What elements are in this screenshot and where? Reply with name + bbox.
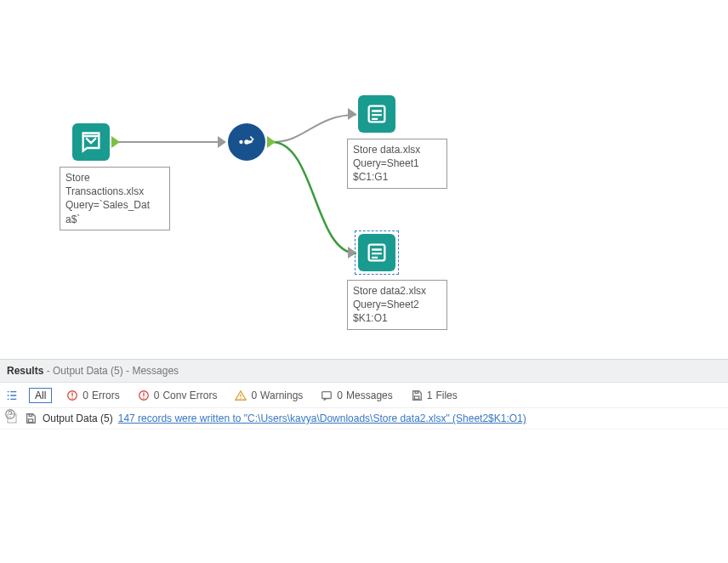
input-anchor[interactable] xyxy=(218,136,226,148)
svg-point-3 xyxy=(244,139,248,144)
messages-count: 0 xyxy=(337,390,343,401)
filter-errors-button[interactable]: 0 Errors xyxy=(62,387,122,404)
input-tool[interactable] xyxy=(72,123,110,161)
output-data-icon xyxy=(358,234,395,271)
svg-point-2 xyxy=(239,140,242,144)
results-side-icons xyxy=(3,407,17,421)
output-tool-2[interactable] xyxy=(358,234,395,271)
message-icon xyxy=(320,389,333,402)
svg-rect-16 xyxy=(29,414,32,417)
select-tool-icon xyxy=(228,123,265,161)
errors-label: Errors xyxy=(92,390,120,401)
results-panel: Results - Output Data (5) - Messages All… xyxy=(0,359,728,563)
file-save-icon xyxy=(410,389,424,402)
svg-point-18 xyxy=(9,416,10,417)
error-icon xyxy=(65,389,79,402)
svg-point-10 xyxy=(241,397,242,398)
input-anchor[interactable] xyxy=(348,247,356,259)
warning-icon xyxy=(234,389,247,402)
messages-label: Messages xyxy=(346,390,393,401)
results-subtitle: - Output Data (5) - Messages xyxy=(47,365,179,377)
file-save-icon xyxy=(24,412,37,425)
warnings-label: Warnings xyxy=(260,390,303,401)
output-data-icon xyxy=(358,95,395,133)
svg-point-9 xyxy=(143,397,145,399)
filter-warnings-button[interactable]: 0 Warnings xyxy=(230,387,306,404)
list-icon[interactable] xyxy=(5,389,19,402)
help-icon[interactable] xyxy=(3,407,17,421)
svg-point-7 xyxy=(72,397,74,399)
svg-rect-12 xyxy=(414,395,418,399)
workflow-canvas[interactable]: Store Transactions.xlsx Query=`Sales_Dat… xyxy=(0,0,728,359)
conv-errors-label: Conv Errors xyxy=(162,390,217,401)
conv-errors-count: 0 xyxy=(154,390,160,401)
filter-all-button[interactable]: All xyxy=(29,388,52,403)
log-message-link[interactable]: 147 records were written to "C:\Users\ka… xyxy=(118,412,526,424)
log-source: Output Data (5) xyxy=(43,412,113,424)
input-annotation[interactable]: Store Transactions.xlsx Query=`Sales_Dat… xyxy=(60,167,170,230)
results-header: Results - Output Data (5) - Messages xyxy=(0,360,728,383)
svg-rect-11 xyxy=(322,391,332,398)
svg-rect-13 xyxy=(415,390,418,393)
filter-conv-errors-button[interactable]: 0 Conv Errors xyxy=(134,387,221,404)
select-tool[interactable] xyxy=(228,123,265,161)
conv-error-icon xyxy=(137,389,151,402)
input-data-icon xyxy=(72,123,110,161)
filter-files-button[interactable]: 1 Files xyxy=(407,387,461,404)
output-tool-1[interactable] xyxy=(358,95,395,133)
errors-count: 0 xyxy=(82,390,88,401)
input-anchor[interactable] xyxy=(348,108,356,120)
output-anchor[interactable] xyxy=(267,136,276,148)
results-title: Results xyxy=(7,365,43,377)
files-label: Files xyxy=(435,390,457,401)
results-log-row[interactable]: Output Data (5) 147 records were written… xyxy=(0,408,728,429)
output-anchor[interactable] xyxy=(111,136,120,148)
svg-rect-15 xyxy=(28,419,32,423)
warnings-count: 0 xyxy=(251,390,257,401)
files-count: 1 xyxy=(427,390,433,401)
output1-annotation[interactable]: Store data.xlsx Query=Sheet1 $C1:G1 xyxy=(347,139,447,189)
output2-annotation[interactable]: Store data2.xlsx Query=Sheet2 $K1:O1 xyxy=(347,280,447,330)
filter-messages-button[interactable]: 0 Messages xyxy=(316,387,395,404)
results-filter-bar: All 0 Errors 0 Conv Errors 0 Warnings 0 … xyxy=(0,383,728,408)
